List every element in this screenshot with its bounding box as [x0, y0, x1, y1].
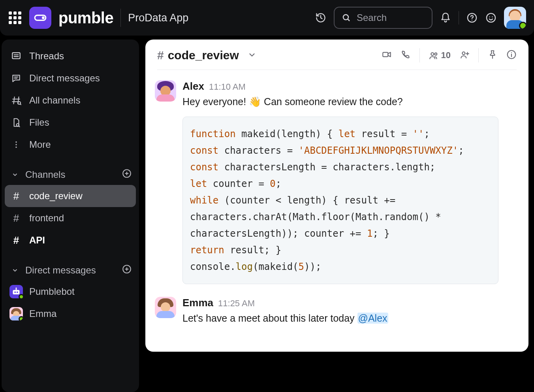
avatar[interactable] — [155, 297, 176, 318]
search-box[interactable]: Search — [334, 7, 432, 29]
svg-point-39 — [434, 53, 437, 55]
notifications-icon[interactable] — [440, 12, 451, 24]
message: Alex 11:10 AM Hey everyone! 👋 Can someon… — [152, 77, 522, 288]
message-time: 11:25 AM — [218, 298, 255, 309]
channels-section-header[interactable]: Channels — [5, 164, 136, 185]
nav-label: All channels — [29, 95, 80, 106]
channel-item-code_review[interactable]: # code_review — [5, 185, 136, 207]
channel-item-frontend[interactable]: # frontend — [5, 207, 136, 229]
dm-avatar — [9, 307, 23, 320]
sidebar: Threads Direct messages All channels Fil… — [2, 40, 139, 392]
history-icon[interactable] — [315, 12, 327, 24]
search-placeholder: Search — [357, 12, 387, 23]
message-text: Hey everyone! 👋 Can someone review the c… — [182, 94, 519, 109]
svg-point-5 — [472, 20, 472, 21]
threads-icon — [10, 51, 22, 61]
divider — [120, 9, 121, 27]
hash-icon: # — [157, 49, 164, 62]
dm-name: Pumblebot — [29, 286, 75, 297]
pin-icon[interactable] — [487, 49, 498, 61]
files-icon — [10, 117, 22, 128]
brand-logo[interactable] — [29, 7, 51, 29]
nav-more[interactable]: More — [5, 134, 136, 156]
dm-item-emma[interactable]: Emma — [5, 303, 136, 325]
svg-point-2 — [343, 15, 348, 20]
svg-point-23 — [15, 144, 17, 145]
nav-files[interactable]: Files — [5, 111, 136, 134]
info-icon[interactable] — [506, 49, 517, 61]
svg-line-3 — [348, 19, 350, 21]
divider — [419, 48, 420, 62]
member-count-value: 10 — [441, 50, 451, 60]
nav-label: Files — [29, 117, 49, 128]
topbar: pumble ProData App Search — [0, 0, 534, 36]
section-label: Direct messages — [25, 265, 96, 276]
svg-rect-36 — [383, 53, 388, 57]
members-icon — [429, 50, 439, 60]
channel-name: code_review — [29, 190, 83, 202]
svg-point-35 — [16, 287, 17, 288]
help-icon[interactable] — [466, 12, 478, 24]
svg-point-7 — [489, 17, 490, 17]
svg-point-40 — [462, 52, 465, 55]
divider — [478, 48, 479, 62]
main-panel: # code_review 10 — [145, 40, 528, 352]
channel-actions: 10 — [382, 48, 517, 62]
all-channels-icon — [10, 95, 22, 106]
dms-section-header[interactable]: Direct messages — [5, 260, 136, 281]
svg-rect-9 — [12, 53, 20, 58]
svg-marker-37 — [388, 53, 391, 57]
hash-icon: # — [10, 190, 22, 202]
emoji-icon[interactable] — [485, 12, 497, 24]
add-member-icon[interactable] — [459, 49, 470, 61]
message-list: Alex 11:10 AM Hey everyone! 👋 Can someon… — [145, 70, 528, 338]
dm-item-pumblebot[interactable]: Pumblebot — [5, 281, 136, 303]
presence-dot — [519, 22, 526, 29]
svg-point-1 — [42, 17, 45, 19]
hash-icon: # — [10, 212, 22, 224]
nav-direct-messages[interactable]: Direct messages — [5, 67, 136, 89]
channel-title[interactable]: # code_review — [157, 49, 256, 62]
svg-point-22 — [15, 141, 17, 143]
mention[interactable]: @Alex — [357, 313, 388, 324]
more-icon — [10, 139, 22, 150]
svg-line-14 — [14, 97, 15, 104]
chevron-down-icon — [10, 267, 20, 274]
avatar-me[interactable] — [504, 7, 526, 29]
chevron-down-icon[interactable] — [248, 49, 256, 62]
add-channel-button[interactable] — [122, 168, 132, 181]
svg-point-32 — [14, 292, 16, 293]
add-dm-button[interactable] — [122, 264, 132, 277]
nav-all-channels[interactable]: All channels — [5, 89, 136, 111]
brand-wordmark: pumble — [58, 9, 113, 27]
svg-rect-31 — [13, 290, 20, 294]
video-call-icon[interactable] — [382, 49, 392, 61]
hash-icon: # — [10, 234, 22, 247]
section-label: Channels — [25, 169, 65, 180]
audio-call-icon[interactable] — [400, 49, 411, 61]
message-text: Let's have a meet about this later today… — [182, 311, 519, 326]
dm-avatar — [9, 285, 23, 298]
svg-point-33 — [17, 292, 18, 293]
channel-name: frontend — [29, 213, 64, 224]
wave-emoji: 👋 — [249, 96, 261, 107]
nav-label: More — [29, 139, 51, 150]
svg-point-8 — [492, 17, 493, 17]
dm-icon — [10, 73, 22, 83]
apps-grid-icon[interactable] — [8, 11, 22, 25]
workspace-name[interactable]: ProData App — [128, 12, 188, 24]
nav-label: Direct messages — [29, 73, 100, 84]
divider — [459, 11, 459, 24]
channel-name: code_review — [168, 49, 239, 62]
nav-threads[interactable]: Threads — [5, 45, 136, 67]
author-name[interactable]: Alex — [182, 80, 204, 92]
nav-label: Threads — [29, 51, 64, 62]
member-count[interactable]: 10 — [429, 50, 451, 60]
code-block[interactable]: function makeid(length) { let result = '… — [182, 117, 498, 284]
svg-line-19 — [20, 104, 21, 105]
author-name[interactable]: Emma — [182, 297, 213, 309]
channel-item-api[interactable]: # API — [5, 229, 136, 251]
svg-point-24 — [15, 147, 17, 148]
avatar[interactable] — [155, 80, 176, 102]
channel-name: API — [29, 235, 45, 246]
